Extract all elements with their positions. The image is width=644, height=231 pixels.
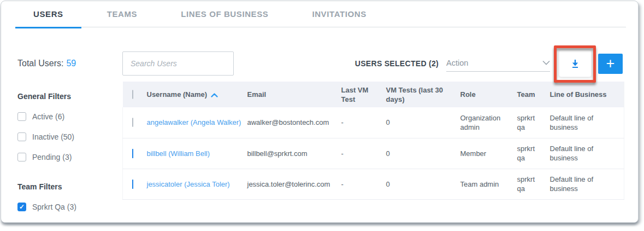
filter-active[interactable]: Active (6) [17, 112, 122, 121]
filter-pending-checkbox[interactable] [17, 153, 26, 161]
search-input[interactable] [122, 51, 234, 76]
email-cell: billbell@sprkrt.com [247, 138, 341, 169]
filter-active-checkbox[interactable] [17, 112, 26, 121]
filter-sprkrt-qa-checkbox[interactable] [17, 203, 26, 211]
email-cell: jessica.toler@tolerinc.com [247, 169, 341, 199]
row-checkbox[interactable] [132, 118, 133, 127]
filter-inactive-checkbox[interactable] [17, 132, 26, 141]
line-of-business-cell: Default line of business [550, 138, 624, 169]
table-header-row: Username (Name) Email Last VM Test VM Te… [123, 82, 624, 107]
team-cell: sprkrt qa [517, 107, 550, 138]
role-cell: Organization admin [460, 107, 517, 138]
tab-lines-of-business[interactable]: LINES OF BUSINESS [163, 1, 286, 27]
vm-tests-cell: 0 [386, 107, 460, 138]
column-line-of-business[interactable]: Line of Business [550, 82, 624, 107]
last-vm-test-cell: - [341, 107, 386, 138]
add-user-button[interactable]: + [598, 54, 623, 74]
email-cell: awalker@bostontech.com [247, 107, 341, 138]
column-role[interactable]: Role [460, 82, 517, 107]
total-users-value[interactable]: 59 [66, 59, 76, 68]
filter-sprkrt-qa[interactable]: Sprkrt Qa (3) [17, 203, 122, 211]
team-cell: sprkrt qa [517, 169, 550, 199]
column-username[interactable]: Username (Name) [147, 82, 247, 107]
role-cell: Member [460, 138, 517, 169]
sort-ascending-icon[interactable] [211, 93, 218, 97]
row-checkbox[interactable] [132, 180, 133, 189]
team-cell: sprkrt qa [517, 138, 550, 169]
table-row: billbell (William Bell) billbell@sprkrt.… [123, 138, 624, 169]
username-link[interactable]: angelawalker (Angela Walker) [147, 118, 241, 126]
tab-invitations[interactable]: INVITATIONS [294, 1, 384, 27]
users-admin-panel: USERS TEAMS LINES OF BUSINESS INVITATION… [1, 1, 639, 223]
vm-tests-cell: 0 [386, 169, 460, 199]
total-users: Total Users: 59 [17, 51, 122, 76]
username-link[interactable]: billbell (William Bell) [147, 149, 210, 158]
filters-sidebar: Total Users: 59 General Filters Active (… [17, 51, 122, 211]
download-icon [570, 58, 581, 69]
last-vm-test-cell: - [341, 169, 386, 199]
total-users-label: Total Users: [17, 59, 63, 68]
chevron-down-icon [542, 60, 550, 65]
tab-teams[interactable]: TEAMS [89, 1, 156, 27]
general-filters-title: General Filters [17, 92, 122, 101]
role-cell: Team admin [460, 169, 517, 199]
filter-inactive[interactable]: Inactive (50) [17, 132, 122, 141]
tab-bar: USERS TEAMS LINES OF BUSINESS INVITATION… [15, 1, 626, 27]
select-all-checkbox[interactable] [132, 90, 133, 99]
column-team[interactable]: Team [517, 82, 550, 107]
action-dropdown-label: Action [446, 59, 468, 67]
column-vm-tests-30-days[interactable]: VM Tests (last 30 days) [386, 82, 460, 107]
vm-tests-cell: 0 [386, 138, 460, 169]
users-table: Username (Name) Email Last VM Test VM Te… [122, 82, 624, 200]
line-of-business-cell: Default line of business [550, 107, 624, 138]
download-users-button[interactable] [559, 50, 592, 77]
users-selected-count: USERS SELECTED (2) [355, 59, 439, 68]
row-checkbox[interactable] [132, 149, 133, 158]
tab-users[interactable]: USERS [15, 1, 81, 27]
table-row: angelawalker (Angela Walker) awalker@bos… [123, 107, 624, 138]
filter-pending[interactable]: Pending (3) [17, 153, 122, 161]
column-email[interactable]: Email [247, 82, 341, 107]
line-of-business-cell: Default line of business [550, 169, 624, 199]
table-row: jessicatoler (Jessica Toler) jessica.tol… [123, 169, 624, 199]
action-dropdown[interactable]: Action [446, 55, 550, 72]
column-last-vm-test[interactable]: Last VM Test [341, 82, 386, 107]
team-filters-title: Team Filters [17, 182, 122, 191]
toolbar: USERS SELECTED (2) Action [122, 51, 623, 76]
username-link[interactable]: jessicatoler (Jessica Toler) [147, 180, 230, 188]
last-vm-test-cell: - [341, 138, 386, 169]
